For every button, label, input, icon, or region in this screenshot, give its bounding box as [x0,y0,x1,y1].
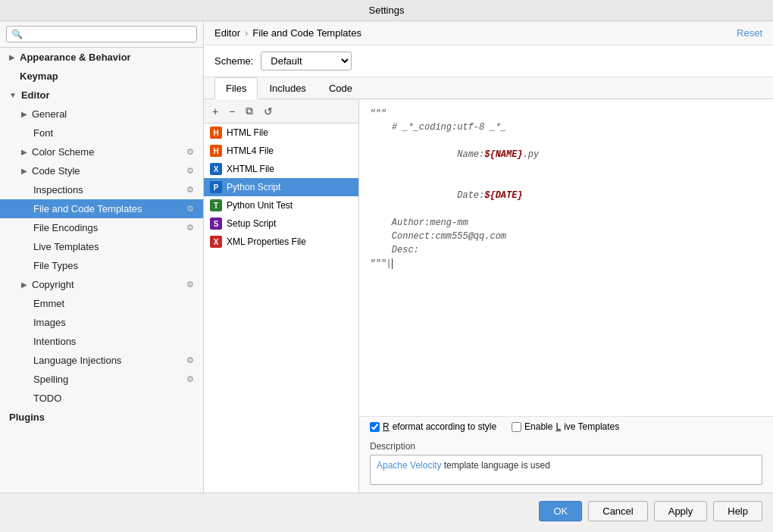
sidebar-item-label: Editor [21,89,50,101]
sidebar-item-file-encodings[interactable]: File Encodings ⚙ [0,218,203,237]
sidebar-item-general[interactable]: ▶ General [0,105,203,124]
sidebar-item-editor[interactable]: ▼ Editor [0,86,203,105]
settings-icon: ⚙ [186,223,194,233]
sidebar-item-label: Emmet [33,298,64,309]
reset-button[interactable]: Reset [737,27,762,39]
description-box: Apache Velocity template language is use… [370,455,762,485]
template-item-xml-properties[interactable]: X XML Properties File [204,233,358,251]
sidebar-item-appearance[interactable]: ▶ Appearance & Behavior [0,48,203,67]
help-button[interactable]: Help [713,501,762,521]
code-editor[interactable]: """ # _*_coding:utf-8 _*_ Name:${NAME}.p… [359,99,773,416]
ok-button[interactable]: OK [539,501,582,521]
apply-button[interactable]: Apply [654,501,708,521]
apache-velocity-link[interactable]: Apache Velocity [377,460,441,471]
settings-icon: ⚙ [186,166,194,176]
cancel-button[interactable]: Cancel [588,501,647,521]
template-item-html-file[interactable]: H HTML File [204,124,358,142]
description-label: Description [370,441,762,452]
tab-includes[interactable]: Includes [258,77,317,99]
sidebar-item-label: Intentions [33,336,76,347]
sidebar-item-label: General [32,108,67,120]
sidebar-item-label: Appearance & Behavior [20,52,131,63]
code-line-quotes-close: """| [370,257,762,271]
add-template-button[interactable]: + [208,103,222,120]
template-item-label: Setup Script [227,218,276,229]
template-item-setup-script[interactable]: S Setup Script [204,214,358,233]
template-item-xhtml-file[interactable]: X XHTML File [204,160,358,178]
description-rest: template language is used [441,460,549,471]
live-templates-checkbox-label[interactable]: Enable Live Templates [512,421,619,432]
live-templates-checkbox[interactable] [512,422,521,432]
template-item-html4-file[interactable]: H HTML4 File [204,142,358,160]
sidebar-item-images[interactable]: Images [0,313,203,332]
arrow-icon: ▶ [21,110,27,118]
reformat-checkbox-label[interactable]: Reformat according to style [370,421,496,432]
live-templates-label: Enable [524,421,552,432]
python-script-icon: P [210,181,222,193]
sidebar-item-file-types[interactable]: File Types [0,256,203,275]
sidebar-item-label: Plugins [9,412,45,423]
arrow-icon: ▼ [9,91,17,99]
settings-icon: ⚙ [186,280,194,289]
scheme-bar: Scheme: Default Project [204,45,773,77]
settings-icon: ⚙ [186,147,194,157]
search-input[interactable] [6,26,197,42]
sidebar-item-language-injections[interactable]: Language Injections ⚙ [0,351,203,370]
sidebar-item-color-scheme[interactable]: ▶ Color Scheme ⚙ [0,142,203,161]
template-item-label: Python Script [227,182,280,192]
xml-properties-icon: X [210,236,222,248]
breadcrumb-parent: Editor [214,27,240,39]
sidebar-item-label: File Types [33,260,78,271]
breadcrumb-separator: › [245,27,248,39]
content-panel: Editor › File and Code Templates Reset S… [204,21,773,493]
search-bar[interactable] [0,21,203,48]
tab-files[interactable]: Files [214,77,258,99]
tab-code[interactable]: Code [318,77,364,99]
description-area: Description Apache Velocity template lan… [359,437,773,493]
reformat-label-rest: eformat according to style [393,421,496,432]
sidebar-item-label: Code Style [32,165,80,177]
sidebar-item-file-and-code-templates[interactable]: File and Code Templates ⚙ [0,199,203,218]
reset-template-button[interactable]: ↺ [260,103,277,120]
reformat-checkbox[interactable] [370,422,380,432]
code-line-3: Date:${DATE} [370,175,762,216]
sidebar-item-intentions[interactable]: Intentions [0,332,203,351]
scheme-label: Scheme: [214,55,253,67]
sidebar-item-font[interactable]: Font [0,124,203,142]
sidebar-item-label: Color Scheme [32,146,94,158]
remove-template-button[interactable]: − [225,103,239,120]
sidebar-item-spelling[interactable]: Spelling ⚙ [0,370,203,389]
sidebar-item-label: Font [33,127,53,139]
sidebar-item-code-style[interactable]: ▶ Code Style ⚙ [0,161,203,180]
html-file-icon: H [210,127,222,139]
sidebar-item-inspections[interactable]: Inspections ⚙ [0,180,203,199]
arrow-icon: ▶ [21,148,27,156]
tabs-bar: Files Includes Code [204,77,773,99]
sidebar-item-keymap[interactable]: Keymap [0,67,203,86]
template-item-label: Python Unit Test [227,200,293,211]
setup-script-icon: S [210,217,222,230]
copy-template-button[interactable]: ⧉ [242,102,257,120]
settings-icon: ⚙ [186,204,194,214]
sidebar-item-todo[interactable]: TODO [0,389,203,408]
sidebar-item-label: Keymap [20,70,58,82]
python-unit-test-icon: T [210,199,222,211]
bottom-bar: OK Cancel Apply Help [0,493,773,529]
sidebar-item-live-templates[interactable]: Live Templates [0,237,203,256]
template-item-python-unit-test[interactable]: T Python Unit Test [204,196,358,214]
editor-area: + − ⧉ ↺ H HTML File H HTML4 File [204,99,773,493]
sidebar-item-label: Language Injections [33,355,121,366]
code-line-2: Name:${NAME}.py [370,134,762,175]
template-item-label: HTML4 File [227,146,274,156]
scheme-select[interactable]: Default Project [261,52,352,70]
breadcrumb-current: File and Code Templates [252,27,361,39]
sidebar-item-label: TODO [33,393,61,404]
sidebar-item-emmet[interactable]: Emmet [0,294,203,313]
template-item-python-script[interactable]: P Python Script [204,178,358,196]
sidebar-item-plugins[interactable]: Plugins [0,408,203,427]
xhtml-file-icon: X [210,163,222,175]
arrow-icon: ▶ [21,280,27,289]
sidebar-item-copyright[interactable]: ▶ Copyright ⚙ [0,275,203,294]
sidebar-item-label: Copyright [32,279,74,290]
sidebar-item-label: Spelling [33,374,68,385]
